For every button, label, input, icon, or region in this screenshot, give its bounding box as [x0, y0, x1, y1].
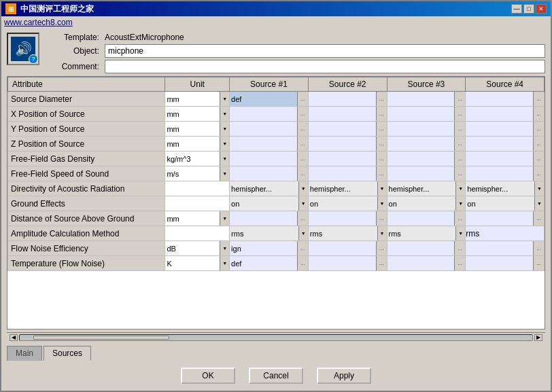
source-3-cell[interactable]: ...	[387, 256, 466, 271]
unit-cell[interactable]: m/s▼	[165, 166, 230, 181]
source-2-cell[interactable]: rms▼	[308, 226, 387, 241]
source-3-cell[interactable]: rms▼	[387, 226, 466, 241]
unit-dropdown-arrow[interactable]: ▼	[220, 122, 229, 136]
source-1-cell[interactable]: ...	[230, 166, 309, 181]
source-3-cell[interactable]: ...	[387, 92, 466, 107]
source-4-cell[interactable]: ...	[466, 241, 545, 256]
source-1-browse-btn[interactable]: ...	[297, 256, 308, 270]
ok-button[interactable]: OK	[181, 368, 235, 384]
source-1-cell[interactable]: rms▼	[230, 226, 309, 241]
source-2-cell[interactable]: ...	[308, 256, 387, 271]
cancel-button[interactable]: Cancel	[249, 368, 303, 384]
source-4-browse-btn[interactable]: ...	[533, 256, 544, 270]
source-1-dropdown-arrow[interactable]: ▼	[298, 226, 308, 240]
source-2-cell[interactable]: ...	[308, 92, 387, 107]
source-3-cell[interactable]: ...	[387, 241, 466, 256]
source-2-cell[interactable]: hemispher...▼	[308, 181, 387, 196]
source-2-dropdown-arrow[interactable]: ▼	[377, 181, 387, 196]
source-1-cell[interactable]: on▼	[230, 196, 309, 211]
unit-dropdown-arrow[interactable]: ▼	[220, 256, 229, 270]
source-2-cell[interactable]: on▼	[308, 196, 387, 211]
source-1-browse-btn[interactable]: ...	[297, 211, 308, 226]
source-2-browse-btn[interactable]: ...	[376, 92, 387, 106]
source-2-cell[interactable]: ...	[308, 107, 387, 122]
source-3-browse-btn[interactable]: ...	[454, 92, 465, 106]
source-2-cell[interactable]: ...	[308, 152, 387, 166]
source-2-cell[interactable]: ...	[308, 122, 387, 137]
source-2-browse-btn[interactable]: ...	[376, 122, 387, 136]
source-2-cell[interactable]: ...	[308, 211, 387, 226]
source-1-dropdown-arrow[interactable]: ▼	[298, 181, 308, 196]
maximize-button[interactable]: □	[523, 4, 534, 14]
source-2-cell[interactable]: ...	[308, 166, 387, 181]
source-1-cell[interactable]: def...	[230, 256, 309, 271]
source-3-browse-btn[interactable]: ...	[454, 152, 465, 166]
source-4-cell[interactable]: ...	[466, 122, 545, 137]
source-1-cell[interactable]: ...	[230, 211, 309, 226]
source-1-browse-btn[interactable]: ...	[297, 166, 308, 181]
source-1-browse-btn[interactable]: ...	[297, 152, 308, 166]
source-3-cell[interactable]: ...	[387, 166, 466, 181]
comment-input[interactable]	[105, 60, 545, 73]
source-3-browse-btn[interactable]: ...	[454, 211, 465, 226]
source-3-cell[interactable]: on▼	[387, 196, 466, 211]
source-3-cell[interactable]: ...	[387, 107, 466, 122]
source-2-browse-btn[interactable]: ...	[376, 256, 387, 270]
source-2-browse-btn[interactable]: ...	[376, 152, 387, 166]
tab-main[interactable]: Main	[7, 346, 42, 361]
source-4-cell[interactable]: on▼	[466, 196, 545, 211]
source-4-browse-btn[interactable]: ...	[533, 166, 544, 181]
source-4-cell[interactable]: hemispher...▼	[466, 181, 545, 196]
source-4-cell[interactable]: ...	[466, 137, 545, 152]
website-link[interactable]: www.cartech8.com	[4, 18, 73, 27]
source-1-cell[interactable]: ign...	[230, 241, 309, 256]
source-1-cell[interactable]: ...	[230, 107, 309, 122]
source-3-browse-btn[interactable]: ...	[454, 137, 465, 151]
source-4-cell[interactable]: ...	[466, 152, 545, 166]
source-2-dropdown-arrow[interactable]: ▼	[377, 226, 387, 240]
source-3-browse-btn[interactable]: ...	[454, 256, 465, 270]
object-input[interactable]	[105, 44, 545, 58]
source-3-dropdown-arrow[interactable]: ▼	[455, 196, 465, 211]
source-4-dropdown-arrow[interactable]: ▼	[534, 181, 544, 196]
source-4-browse-btn[interactable]: ...	[533, 241, 544, 255]
source-3-cell[interactable]: ...	[387, 137, 466, 152]
unit-cell[interactable]: K▼	[165, 256, 230, 271]
source-1-cell[interactable]: def...	[230, 92, 309, 107]
close-button[interactable]: ✕	[536, 4, 547, 14]
tab-sources[interactable]: Sources	[44, 346, 91, 361]
source-2-browse-btn[interactable]: ...	[376, 137, 387, 151]
unit-dropdown-arrow[interactable]: ▼	[220, 211, 229, 226]
source-3-browse-btn[interactable]: ...	[454, 166, 465, 181]
source-1-browse-btn[interactable]: ...	[297, 137, 308, 151]
unit-dropdown-arrow[interactable]: ▼	[220, 137, 229, 151]
source-4-browse-btn[interactable]: ...	[533, 107, 544, 121]
source-3-cell[interactable]: ...	[387, 211, 466, 226]
source-4-cell[interactable]: ...	[466, 211, 545, 226]
source-4-browse-btn[interactable]: ...	[533, 122, 544, 136]
unit-cell[interactable]: mm▼	[165, 107, 230, 122]
horizontal-scrollbar[interactable]	[19, 334, 533, 341]
source-1-browse-btn[interactable]: ...	[297, 122, 308, 136]
source-4-cell[interactable]: ...	[466, 256, 545, 271]
source-3-browse-btn[interactable]: ...	[454, 107, 465, 121]
source-2-cell[interactable]: ...	[308, 137, 387, 152]
source-1-cell[interactable]: ...	[230, 137, 309, 152]
unit-cell[interactable]: mm▼	[165, 137, 230, 152]
source-3-cell[interactable]: ...	[387, 122, 466, 137]
source-4-browse-btn[interactable]: ...	[533, 137, 544, 151]
source-3-browse-btn[interactable]: ...	[454, 122, 465, 136]
source-2-browse-btn[interactable]: ...	[376, 241, 387, 255]
source-1-browse-btn[interactable]: ...	[297, 241, 308, 255]
unit-cell[interactable]: dB▼	[165, 241, 230, 256]
source-1-dropdown-arrow[interactable]: ▼	[298, 196, 308, 211]
source-4-browse-btn[interactable]: ...	[533, 211, 544, 226]
source-1-browse-btn[interactable]: ...	[297, 107, 308, 121]
unit-dropdown-arrow[interactable]: ▼	[220, 92, 229, 106]
apply-button[interactable]: Apply	[317, 368, 371, 384]
unit-cell[interactable]: mm▼	[165, 92, 230, 107]
source-3-cell[interactable]: hemispher...▼	[387, 181, 466, 196]
scroll-left-btn[interactable]: ◀	[10, 334, 18, 341]
source-1-cell[interactable]: ...	[230, 152, 309, 166]
unit-cell[interactable]: mm▼	[165, 122, 230, 137]
